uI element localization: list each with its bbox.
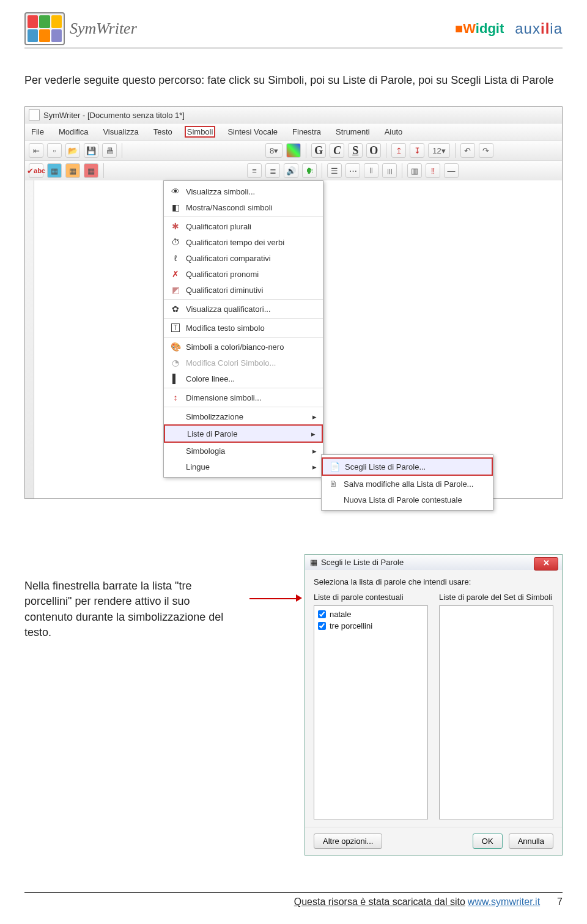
palette-icon: ◔: [170, 357, 181, 368]
tb-back-icon[interactable]: ⇤: [29, 143, 43, 158]
tb-italic[interactable]: C: [330, 143, 344, 158]
tb-card2-icon[interactable]: ▦: [65, 163, 80, 178]
list-item-tre-porcellini[interactable]: tre porcellini: [318, 620, 424, 632]
altre-opzioni-button[interactable]: Altre opzioni...: [314, 833, 382, 849]
tb-sound-icon[interactable]: 🔊: [284, 163, 298, 178]
menu-qual-plurali[interactable]: ✱Qualificatori plurali: [164, 216, 323, 234]
save-list-icon: 🗎: [328, 478, 339, 489]
menu-qual-tempo[interactable]: ⏱Qualificatori tempo dei verbi: [164, 234, 323, 250]
toolbar-2: ✔abc ▦ ▦ ▦ ≡ ≣ 🔊 🗣 ☰ ⋯ ⫴ ⫼ ▥ ‼ —: [25, 160, 562, 180]
menu-simbologia[interactable]: Simbologia▸: [164, 443, 323, 459]
verb-icon: ⏱: [170, 237, 181, 248]
menu-aiuto[interactable]: Aiuto: [382, 126, 405, 138]
menu-lingue[interactable]: Lingue▸: [164, 459, 323, 475]
tb-fontsize[interactable]: 8 ▾: [265, 143, 282, 158]
simboli-dropdown: 👁Visualizza simboli... ◧Mostra/Nascondi …: [163, 180, 323, 478]
menubar: File Modifica Visualizza Testo Simboli S…: [25, 123, 562, 140]
app-icon: [29, 109, 40, 120]
tb-new-icon[interactable]: ▫: [47, 143, 62, 158]
tb-undo-icon[interactable]: ↶: [460, 143, 475, 158]
tb-dash-icon[interactable]: —: [444, 163, 459, 178]
menu-dim-simboli[interactable]: ↕Dimensione simboli...: [164, 388, 323, 405]
tb-align-center-icon[interactable]: ≣: [265, 163, 280, 178]
menu-vis-qualificatori[interactable]: ✿Visualizza qualificatori...: [164, 299, 323, 317]
pronoun-icon: ✗: [170, 268, 181, 279]
auxilia-logo: auxilia: [515, 20, 563, 37]
tb-sizedown-icon[interactable]: ↧: [410, 143, 424, 158]
tb-print-icon[interactable]: 🖶: [102, 143, 117, 158]
dialog-instruction: Seleziona la lista di parole che intendi…: [314, 577, 553, 586]
submenu-nuova[interactable]: Nuova Lista di Parole contestuale: [322, 492, 493, 508]
tb-card3-icon[interactable]: ▦: [84, 163, 98, 178]
menu-colore-linee[interactable]: ▌Colore linee...: [164, 371, 323, 386]
menu-mostra-nascondi[interactable]: ◧Mostra/Nascondi simboli: [164, 199, 323, 215]
tb-open-icon[interactable]: 📂: [65, 143, 80, 158]
symwriter-logo-icon: [24, 12, 65, 45]
menu-liste-parole[interactable]: Liste di Parole▸: [164, 424, 323, 443]
symbolset-listbox[interactable]: [439, 605, 553, 819]
tb-list3-icon[interactable]: ⫴: [364, 163, 378, 178]
liste-parole-submenu: 📄Scegli Liste di Parole... 🗎Salva modifi…: [321, 454, 493, 511]
menu-simboli[interactable]: Simboli: [185, 126, 216, 138]
contextual-listbox[interactable]: natale tre porcellini: [314, 605, 428, 819]
size-icon: ↕: [170, 392, 181, 403]
plural-icon: ✱: [170, 221, 181, 232]
menu-modifica-testo[interactable]: 🅃Modifica testo simbolo: [164, 318, 323, 336]
menu-sintesi[interactable]: Sintesi Vocale: [225, 126, 280, 138]
widgit-logo: ■Widgit: [455, 21, 504, 37]
tb-check-icon[interactable]: ✔abc: [29, 163, 43, 178]
menu-modifica[interactable]: Modifica: [56, 126, 90, 138]
close-button[interactable]: ✕: [534, 557, 558, 571]
col2-header: Liste di parole del Set di Simboli: [439, 593, 553, 602]
tb-align-left-icon[interactable]: ≡: [247, 163, 262, 178]
footer-text: Questa risorsa è stata scaricata dal sit…: [294, 896, 465, 907]
page-footer: Questa risorsa è stata scaricata dal sit…: [24, 892, 563, 907]
ok-button[interactable]: OK: [473, 833, 503, 849]
tb-list2-icon[interactable]: ⋯: [345, 163, 360, 178]
tb-redo-icon[interactable]: ↷: [479, 143, 493, 158]
tb-bold[interactable]: G: [311, 143, 326, 158]
menu-visualizza-simboli[interactable]: 👁Visualizza simboli...: [164, 183, 323, 199]
tb-color-icon[interactable]: [286, 143, 301, 158]
tb-list1-icon[interactable]: ☰: [327, 163, 342, 178]
gear-icon: ✿: [170, 303, 181, 314]
tb-list4-icon[interactable]: ⫼: [382, 163, 397, 178]
menu-visualizza[interactable]: Visualizza: [100, 126, 141, 138]
dimin-icon: ◩: [170, 284, 181, 295]
menu-file[interactable]: File: [29, 126, 46, 138]
footer-link[interactable]: www.symwriter.it: [468, 896, 540, 907]
dialog-title: Scegli le Liste di Parole: [321, 558, 404, 567]
submenu-scegli-liste[interactable]: 📄Scegli Liste di Parole...: [322, 457, 493, 476]
tb-twelve[interactable]: 12 ▾: [428, 143, 449, 158]
instruction-paragraph-2: Nella finestrella barrate la lista "tre …: [24, 554, 237, 640]
menu-qual-comparativi[interactable]: ℓQualificatori comparativi: [164, 250, 323, 266]
tb-speak-icon[interactable]: 🗣: [302, 163, 317, 178]
dialog-titlebar: ▦ Scegli le Liste di Parole ✕: [305, 555, 562, 570]
app-window: SymWriter - [Documento senza titolo 1*] …: [24, 106, 563, 499]
tb-save-icon[interactable]: 💾: [84, 143, 98, 158]
checkbox-natale[interactable]: [318, 610, 326, 618]
window-title: SymWriter - [Documento senza titolo 1*]: [43, 111, 185, 120]
tb-grid-icon[interactable]: ▥: [407, 163, 422, 178]
submenu-salva[interactable]: 🗎Salva modifiche alla Lista di Parole...: [322, 476, 493, 492]
tb-o[interactable]: O: [366, 143, 381, 158]
edit-text-icon: 🅃: [170, 322, 181, 333]
tb-sizeup-icon[interactable]: ↥: [391, 143, 406, 158]
compare-icon: ℓ: [170, 253, 181, 264]
menu-testo[interactable]: Testo: [151, 126, 175, 138]
tb-card1-icon[interactable]: ▦: [47, 163, 62, 178]
checkbox-tre-porcellini[interactable]: [318, 622, 326, 630]
tb-underline[interactable]: S: [348, 143, 363, 158]
menu-strumenti[interactable]: Strumenti: [333, 126, 372, 138]
menu-qual-pronomi[interactable]: ✗Qualificatori pronomi: [164, 266, 323, 282]
menu-simbolizzazione[interactable]: Simbolizzazione▸: [164, 407, 323, 424]
menu-qual-diminutivi[interactable]: ◩Qualificatori diminutivi: [164, 282, 323, 298]
page-number: 7: [557, 896, 563, 907]
tb-excl-icon[interactable]: ‼: [426, 163, 440, 178]
menu-finestra[interactable]: Finestra: [290, 126, 323, 138]
annulla-button[interactable]: Annulla: [509, 833, 553, 849]
list-item-natale[interactable]: natale: [318, 608, 424, 620]
menu-colori-bn[interactable]: 🎨Simboli a colori/bianco-nero: [164, 337, 323, 355]
color-bw-icon: 🎨: [170, 341, 181, 352]
red-arrow-icon: [249, 598, 298, 599]
